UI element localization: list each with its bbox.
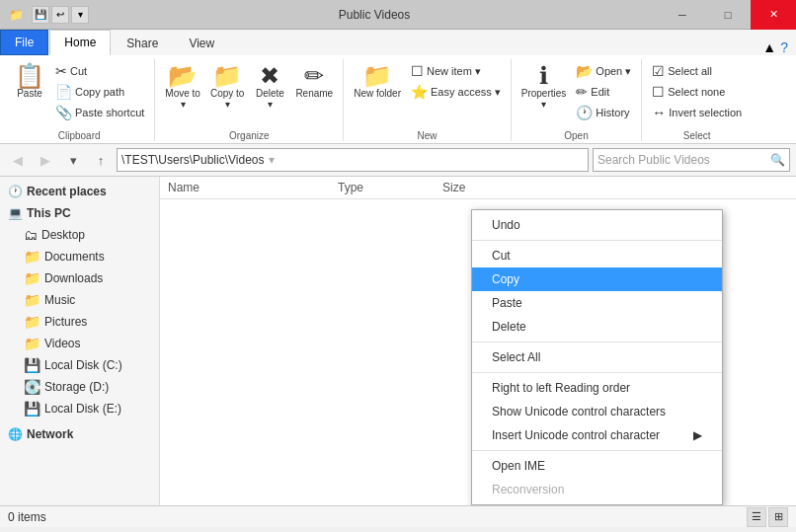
copy-to-button[interactable]: 📁 Copy to▾ [206,61,248,113]
new-item-button[interactable]: ☐ New item▾ [407,61,505,81]
network-icon: 🌐 [8,427,23,441]
search-box[interactable]: Search Public Videos 🔍 [593,148,790,172]
ribbon-collapse-icon[interactable]: ▲ [762,39,776,55]
quick-access-toolbar: 💾 ↩ ▾ [32,6,89,24]
minimize-button[interactable]: ─ [660,0,705,30]
pictures-label: Pictures [44,315,87,329]
details-view-button[interactable]: ☰ [747,507,766,527]
up-button[interactable]: ↑ [89,148,113,172]
ctx-separator-2 [472,342,722,342]
status-bar: 0 items ☰ ⊞ [0,505,796,527]
music-icon: 📁 [24,292,40,308]
move-icon: 📂 [168,64,198,88]
ctx-copy-label: Copy [492,272,519,286]
sidebar-item-storage-d[interactable]: 💽 Storage (D:) [0,376,159,398]
history-button[interactable]: 🕐 History [572,103,635,122]
select-none-button[interactable]: ☐ Select none [648,82,746,102]
forward-button[interactable]: ▶ [34,148,57,172]
maximize-button[interactable]: □ [705,0,751,30]
tab-share[interactable]: Share [112,30,173,55]
videos-icon: 📁 [24,336,40,351]
open-group: ℹ Properties▾ 📂 Open▾ ✏ Edit 🕐 History O… [512,59,643,141]
invert-selection-icon: ↔ [652,105,666,120]
ctx-select-all[interactable]: Select All [472,345,722,369]
quick-access-dropdown[interactable]: ▾ [71,6,89,24]
ctx-unicode-insert[interactable]: Insert Unicode control character ▶ [472,423,722,447]
move-to-button[interactable]: 📂 Move to▾ [161,61,204,113]
sidebar-item-local-e[interactable]: 💾 Local Disk (E:) [0,398,159,419]
properties-button[interactable]: ℹ Properties▾ [517,61,571,113]
copy-to-icon: 📁 [212,64,242,88]
column-type: Type [338,181,363,194]
sidebar-item-pictures[interactable]: 📁 Pictures [0,311,159,333]
ctx-unicode-chars-label: Show Unicode control characters [492,405,666,418]
recent-locations-button[interactable]: ▾ [61,148,85,172]
local-c-label: Local Disk (C:) [44,358,122,372]
save-quick-btn[interactable]: 💾 [32,6,49,24]
invert-selection-button[interactable]: ↔ Invert selection [648,103,746,122]
sidebar-item-desktop[interactable]: 🗂 Desktop [0,224,159,246]
ctx-open-ime[interactable]: Open IME [472,454,722,478]
sidebar-item-music[interactable]: 📁 Music [0,289,159,311]
ctx-unicode-chars[interactable]: Show Unicode control characters [472,400,722,423]
ribbon-tabs: File Home Share View ▲ ? [0,30,796,55]
desktop-icon: 🗂 [24,227,38,243]
edit-button[interactable]: ✏ Edit [572,82,635,102]
easy-access-button[interactable]: ⭐ Easy access▾ [407,82,505,102]
new-folder-icon: 📁 [362,64,392,88]
delete-icon: ✖ [260,64,279,88]
downloads-icon: 📁 [24,270,40,286]
clipboard-col: ✂ Cut 📄 Copy path 📎 Paste shortcut [51,61,148,122]
title-bar-left: 📁 💾 ↩ ▾ [8,6,89,24]
search-placeholder: Search Public Videos [597,153,710,167]
sidebar-item-videos[interactable]: 📁 Videos [0,333,159,354]
close-button[interactable]: ✕ [751,0,796,30]
sidebar-this-pc[interactable]: 💻 This PC [0,202,159,224]
sidebar-recent-places[interactable]: 🕐 Recent places [0,181,159,202]
organize-label: Organize [229,128,270,141]
undo-quick-btn[interactable]: ↩ [51,6,69,24]
new-label: New [417,128,437,141]
tab-view[interactable]: View [174,30,229,55]
ctx-copy[interactable]: Copy [472,267,722,291]
organize-row: 📂 Move to▾ 📁 Copy to▾ ✖ Delete▾ ✏ Rename [161,61,337,113]
column-name: Name [168,181,199,194]
sidebar-network[interactable]: 🌐 Network [0,423,159,445]
new-group: 📁 New folder ☐ New item▾ ⭐ Easy access▾ … [344,59,512,141]
properties-icon: ℹ [539,64,548,88]
cut-icon: ✂ [55,63,67,79]
paste-button[interactable]: 📋 Paste [10,61,49,102]
sidebar-item-documents[interactable]: 📁 Documents [0,246,159,267]
music-label: Music [44,293,75,307]
select-all-button[interactable]: ☑ Select all [648,61,746,81]
documents-icon: 📁 [24,249,40,265]
delete-button[interactable]: ✖ Delete▾ [250,61,289,113]
clipboard-label: Clipboard [58,128,101,141]
sidebar-item-downloads[interactable]: 📁 Downloads [0,267,159,289]
tab-home[interactable]: Home [49,30,111,55]
sidebar-item-local-c[interactable]: 💾 Local Disk (C:) [0,354,159,376]
folder-icon: 📁 [8,7,24,23]
copy-path-button[interactable]: 📄 Copy path [51,82,148,102]
ctx-delete[interactable]: Delete [472,315,722,339]
content-body[interactable]: Undo Cut Copy Paste Delete Select All [160,199,796,505]
ctx-cut[interactable]: Cut [472,244,722,267]
ctx-separator-4 [472,450,722,451]
ctx-undo[interactable]: Undo [472,213,722,237]
large-icons-view-button[interactable]: ⊞ [768,507,788,527]
ctx-paste[interactable]: Paste [472,291,722,315]
address-bar[interactable]: \TEST\Users\Public\Videos ▾ [117,148,589,172]
rename-button[interactable]: ✏ Rename [291,61,337,102]
ctx-rtl[interactable]: Right to left Reading order [472,376,722,400]
ctx-rtl-label: Right to left Reading order [492,381,630,395]
clipboard-group: 📋 Paste ✂ Cut 📄 Copy path 📎 Paste shortc… [4,59,155,141]
open-button[interactable]: 📂 Open▾ [572,61,635,81]
new-folder-button[interactable]: 📁 New folder [350,61,405,102]
tab-file[interactable]: File [0,30,48,55]
ctx-separator-1 [472,240,722,241]
paste-shortcut-button[interactable]: 📎 Paste shortcut [51,103,148,122]
cut-button[interactable]: ✂ Cut [51,61,148,81]
address-path: \TEST\Users\Public\Videos [121,153,265,167]
back-button[interactable]: ◀ [6,148,30,172]
help-icon[interactable]: ? [780,39,788,55]
